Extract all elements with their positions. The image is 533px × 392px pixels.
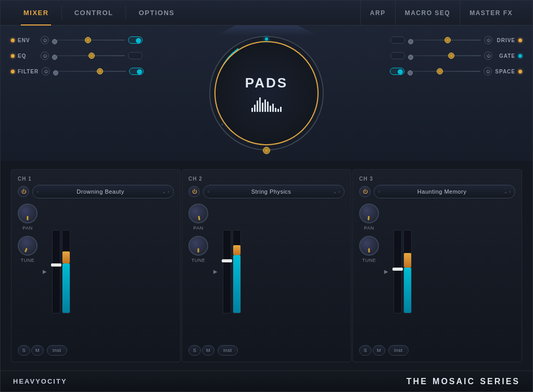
eq-power-btn[interactable]: ⏻	[41, 52, 49, 60]
ch1-pan-label: PAN	[22, 225, 32, 231]
ch3-header: CH 3 ⏻ ‹ Haunting Memory ⌄ ›	[359, 176, 515, 198]
ch2-tune-knob[interactable]	[188, 236, 208, 256]
ch3-next-arrow[interactable]: ›	[509, 189, 511, 194]
nav-item-master-fx[interactable]: MASTER FX	[460, 1, 522, 26]
ch1-inst-btn[interactable]: Inst	[47, 345, 67, 356]
ch3-power-btn[interactable]: ⏻	[359, 186, 371, 197]
nav-item-control[interactable]: CONTROL	[62, 1, 126, 26]
ch1-fader-handle[interactable]	[51, 263, 61, 267]
ch3-meter-cyan	[404, 268, 411, 313]
space-slider[interactable]	[408, 71, 480, 72]
gate-slider[interactable]	[408, 55, 481, 56]
ch2-pan-knob[interactable]	[187, 202, 210, 225]
ch2-preset-selector[interactable]: ‹ String Physics ⌄ ›	[203, 185, 345, 198]
channel-section: CH 1 ⏻ ‹ Drowning Beauty ⌄ ›	[1, 161, 532, 371]
nav-item-mixer[interactable]: MIXER	[11, 1, 61, 26]
drive-power-btn[interactable]: ⏻	[484, 36, 492, 44]
ch1-tune-knob[interactable]	[15, 233, 41, 259]
ch1-fader-track[interactable]	[52, 230, 60, 313]
ch1-next-arrow[interactable]: ›	[168, 189, 169, 194]
ch3-preset-selector[interactable]: ‹ Haunting Memory ⌄ ›	[374, 185, 515, 198]
eq-toggle[interactable]	[128, 52, 143, 59]
ch2-fader-track[interactable]	[223, 230, 231, 313]
drive-label: DRIVE	[496, 37, 515, 43]
ch3-dropdown-arrow[interactable]: ⌄	[504, 189, 507, 194]
nav-right: ARP MACRO SEQ MASTER FX	[360, 1, 522, 26]
ch3-fader-track[interactable]	[394, 230, 402, 313]
ch1-pan-wrap: PAN	[18, 204, 37, 231]
ch1-meter-bar	[62, 230, 70, 313]
ch1-meter-amber	[62, 251, 70, 264]
ch1-power-btn[interactable]: ⏻	[18, 186, 29, 197]
filter-power-btn[interactable]: ⏻	[42, 67, 50, 75]
filter-toggle[interactable]	[129, 68, 144, 75]
bottom-knob[interactable]	[263, 147, 270, 154]
ch1-solo-btn[interactable]: S	[18, 345, 30, 356]
ch3-controls-row: ⏻ ‹ Haunting Memory ⌄ ›	[359, 185, 515, 198]
ch2-next-arrow[interactable]: ›	[338, 189, 340, 194]
env-toggle[interactable]	[128, 36, 143, 44]
channel-2: CH 2 ⏻ ‹ String Physics ⌄ ›	[182, 169, 351, 362]
ch2-tune-label: TUNE	[192, 258, 206, 263]
ch2-pan-wrap: PAN	[188, 204, 208, 231]
ch2-fader-meter	[223, 230, 241, 313]
eq-slider-knob[interactable]	[88, 53, 95, 59]
ch2-play-btn[interactable]: ▶	[213, 269, 220, 275]
ch2-inst-btn[interactable]: Inst	[218, 345, 238, 356]
top-nav: MIXER CONTROL OPTIONS ARP MACRO SEQ MAST…	[1, 1, 532, 26]
ch1-preset-selector[interactable]: ‹ Drowning Beauty ⌄ ›	[32, 185, 174, 198]
ch3-tune-knob[interactable]	[359, 236, 379, 256]
env-slider[interactable]	[52, 40, 125, 41]
ch2-dropdown-arrow[interactable]: ⌄	[333, 189, 337, 194]
drive-slider[interactable]	[408, 40, 481, 41]
ch1-body: PAN TUNE ▶	[18, 204, 174, 340]
ch3-tune-label: TUNE	[362, 258, 376, 263]
pads-center: PADS	[245, 75, 288, 112]
space-slider-knob[interactable]	[437, 68, 443, 74]
ch1-preset-name: Drowning Beauty	[77, 188, 124, 195]
env-row: ENV ⏻	[11, 36, 144, 44]
drive-slider-knob[interactable]	[445, 37, 451, 43]
nav-item-options[interactable]: OPTIONS	[126, 1, 187, 26]
ch1-fader-meter	[52, 230, 70, 313]
ch2-header: CH 2 ⏻ ‹ String Physics ⌄ ›	[188, 176, 345, 198]
ch2-prev-arrow[interactable]: ‹	[208, 189, 209, 194]
eq-row: EQ ⏻	[11, 52, 144, 60]
nav-item-arp[interactable]: ARP	[360, 1, 395, 26]
left-controls: ENV ⏻ EQ ⏻	[11, 36, 144, 75]
ch3-mute-btn[interactable]: M	[373, 345, 385, 356]
ch2-solo-btn[interactable]: S	[188, 345, 201, 356]
ch1-play-btn[interactable]: ▶	[43, 269, 49, 275]
ch1-prev-arrow[interactable]: ‹	[37, 189, 39, 194]
ch1-fader-section: ▶	[43, 204, 174, 340]
ch3-play-btn[interactable]: ▶	[384, 269, 390, 275]
gate-slider-knob[interactable]	[448, 53, 454, 59]
ch3-pan-knob[interactable]	[358, 203, 379, 224]
env-slider-knob[interactable]	[85, 37, 91, 43]
env-power-btn[interactable]: ⏻	[41, 36, 49, 44]
ch3-inst-btn[interactable]: Inst	[388, 345, 409, 356]
ch2-fader-handle[interactable]	[222, 259, 232, 262]
ch3-solo-btn[interactable]: S	[359, 345, 372, 356]
ch3-sm-buttons: S M	[359, 345, 385, 356]
eq-slider[interactable]	[52, 55, 125, 56]
ch3-prev-arrow[interactable]: ‹	[378, 189, 380, 194]
ch1-tune-wrap: TUNE	[18, 236, 37, 263]
space-power-btn[interactable]: ⏻	[484, 67, 492, 75]
ch2-mute-btn[interactable]: M	[202, 345, 214, 356]
filter-slider-knob[interactable]	[97, 68, 103, 74]
ch3-fader-handle[interactable]	[392, 268, 403, 271]
ch3-meter-amber	[404, 253, 411, 268]
filter-slider[interactable]	[53, 71, 126, 72]
ch2-power-btn[interactable]: ⏻	[188, 186, 200, 197]
ch1-dropdown-arrow[interactable]: ⌄	[162, 189, 166, 194]
nav-item-macro-seq[interactable]: MACRO SEQ	[395, 1, 460, 26]
gate-row: ⏻ GATE	[390, 52, 522, 60]
drive-toggle-left[interactable]	[390, 36, 405, 44]
gate-power-btn[interactable]: ⏻	[484, 52, 492, 60]
ch1-mute-btn[interactable]: M	[31, 345, 44, 356]
ch1-pan-knob[interactable]	[18, 204, 37, 223]
space-toggle-left[interactable]	[390, 68, 404, 75]
app-container: MIXER CONTROL OPTIONS ARP MACRO SEQ MAST…	[0, 0, 533, 392]
gate-toggle-left[interactable]	[390, 52, 405, 59]
